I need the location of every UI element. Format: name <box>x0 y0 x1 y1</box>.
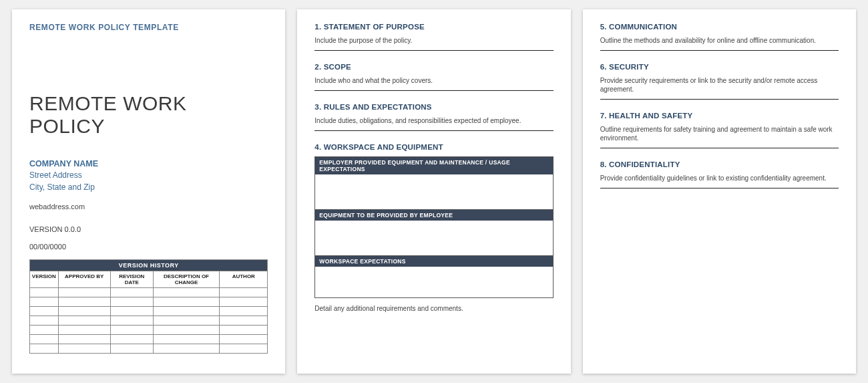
table-row <box>30 297 267 306</box>
section-heading: 8. CONFIDENTIALITY <box>600 160 839 168</box>
section-rule <box>314 50 553 51</box>
version-history-table: VERSION HISTORY VERSION APPROVED BY REVI… <box>29 259 268 354</box>
subsection-employee-equipment: EQUIPMENT TO BE PROVIDED BY EMPLOYEE <box>314 210 553 256</box>
subsection-workspace-expectations: WORKSPACE EXPECTATIONS <box>314 256 553 298</box>
document-preview-stage: REMOTE WORK POLICY TEMPLATE REMOTE WORK … <box>0 0 868 383</box>
subsection-employer-equipment: EMPLOYER PROVIDED EQUIPMENT AND MAINTENA… <box>314 156 553 210</box>
section-heading: 6. SECURITY <box>600 63 839 71</box>
section-health-safety: 7. HEALTH AND SAFETY Outline requirement… <box>600 112 839 148</box>
section-heading: 7. HEALTH AND SAFETY <box>600 112 839 120</box>
section-body: Provide confidentiality guidelines or li… <box>600 174 839 182</box>
document-page-1: REMOTE WORK POLICY TEMPLATE REMOTE WORK … <box>12 9 285 374</box>
col-revision-date: REVISION DATE <box>111 271 154 287</box>
subsection-body <box>315 267 552 297</box>
company-name: COMPANY NAME <box>29 158 268 170</box>
company-web-address: webaddress.com <box>29 203 268 211</box>
subsection-bar: EMPLOYER PROVIDED EQUIPMENT AND MAINTENA… <box>315 157 552 174</box>
section-rule <box>314 130 553 131</box>
section-rules-expectations: 3. RULES AND EXPECTATIONS Include duties… <box>314 103 553 131</box>
col-author: AUTHOR <box>220 271 267 287</box>
section-rule <box>600 188 839 188</box>
subsection-body <box>315 221 552 255</box>
document-page-3: 5. COMMUNICATION Outline the methods and… <box>583 9 856 374</box>
section-rule <box>314 90 553 91</box>
section-security: 6. SECURITY Provide security requirement… <box>600 63 839 100</box>
section-body: Outline the methods and availability for… <box>600 36 839 45</box>
document-title: REMOTE WORK POLICY <box>29 92 268 138</box>
section-detail-note: Detail any additional requirements and c… <box>314 305 553 312</box>
table-row <box>30 287 267 297</box>
table-row <box>30 344 267 353</box>
section-heading: 2. SCOPE <box>314 63 553 71</box>
section-body: Include duties, obligations, and respons… <box>314 116 553 125</box>
section-heading: 4. WORKSPACE AND EQUIPMENT <box>314 143 553 151</box>
table-row <box>30 315 267 325</box>
section-communication: 5. COMMUNICATION Outline the methods and… <box>600 23 839 51</box>
section-heading: 1. STATEMENT OF PURPOSE <box>314 23 553 31</box>
document-page-2: 1. STATEMENT OF PURPOSE Include the purp… <box>297 9 570 374</box>
section-rule <box>600 50 839 51</box>
section-confidentiality: 8. CONFIDENTIALITY Provide confidentiali… <box>600 160 839 188</box>
table-row <box>30 306 267 315</box>
section-rule <box>600 148 839 148</box>
section-scope: 2. SCOPE Include who and what the policy… <box>314 63 553 91</box>
section-heading: 3. RULES AND EXPECTATIONS <box>314 103 553 111</box>
section-rule <box>600 99 839 100</box>
company-address-block: COMPANY NAME Street Address City, State … <box>29 158 268 193</box>
template-label: REMOTE WORK POLICY TEMPLATE <box>29 23 268 32</box>
section-body: Provide security requirements or link to… <box>600 76 839 94</box>
subsection-bar: EQUIPMENT TO BE PROVIDED BY EMPLOYEE <box>315 210 552 221</box>
subsection-bar: WORKSPACE EXPECTATIONS <box>315 256 552 267</box>
version-history-title: VERSION HISTORY <box>30 260 267 271</box>
col-approved: APPROVED BY <box>59 271 111 287</box>
col-version: VERSION <box>30 271 59 287</box>
section-body: Include who and what the policy covers. <box>314 76 553 85</box>
table-row <box>30 334 267 344</box>
table-row <box>30 325 267 334</box>
section-body: Include the purpose of the policy. <box>314 36 553 45</box>
col-description: DESCRIPTION OF CHANGE <box>154 271 220 287</box>
version-history-header-row: VERSION APPROVED BY REVISION DATE DESCRI… <box>30 271 267 287</box>
section-statement-of-purpose: 1. STATEMENT OF PURPOSE Include the purp… <box>314 23 553 51</box>
date-line: 00/00/0000 <box>29 243 268 251</box>
section-workspace-equipment: 4. WORKSPACE AND EQUIPMENT EMPLOYER PROV… <box>314 143 553 312</box>
section-body: Outline requirements for safety training… <box>600 125 839 142</box>
section-heading: 5. COMMUNICATION <box>600 23 839 31</box>
version-line: VERSION 0.0.0 <box>29 225 268 233</box>
company-city-state-zip: City, State and Zip <box>29 182 268 193</box>
subsection-body <box>315 174 552 209</box>
company-street: Street Address <box>29 170 268 181</box>
